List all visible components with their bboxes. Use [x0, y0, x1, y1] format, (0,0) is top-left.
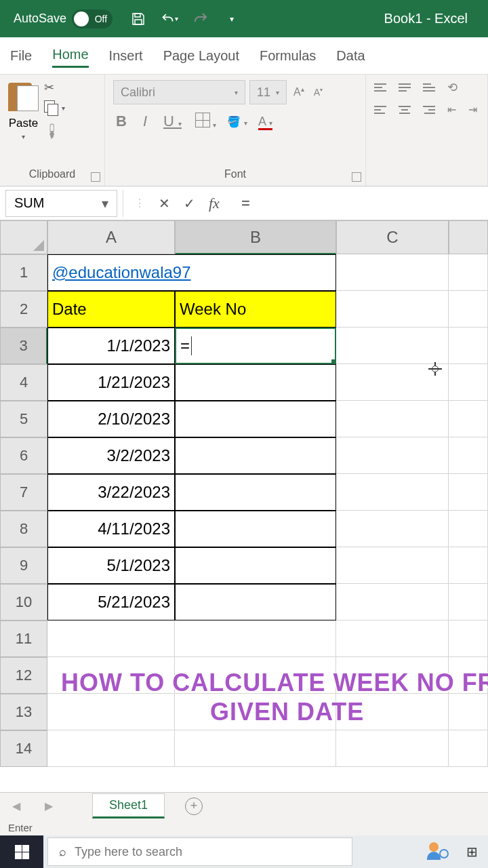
cell-a1-link[interactable]: @educationwala97 [47, 254, 336, 291]
decrease-font-icon[interactable]: A▾ [311, 84, 325, 100]
orientation-icon[interactable]: ⟲ [447, 80, 458, 95]
cell[interactable] [336, 401, 449, 437]
insert-function-icon[interactable]: fx [209, 195, 220, 212]
cell[interactable] [449, 364, 488, 401]
clipboard-dialog-launcher[interactable] [91, 172, 100, 182]
enter-formula-icon[interactable]: ✓ [184, 195, 195, 212]
row-header[interactable]: 6 [0, 437, 47, 474]
tab-page-layout[interactable]: Page Layout [163, 45, 239, 67]
align-top-icon[interactable] [374, 83, 386, 92]
chevron-down-icon[interactable]: ▾ [102, 195, 108, 212]
cell[interactable] [449, 730, 488, 767]
decrease-indent-icon[interactable]: ⇤ [447, 103, 456, 116]
cell[interactable] [336, 584, 449, 620]
align-middle-icon[interactable] [399, 83, 411, 92]
tab-nav-prev-icon[interactable]: ◀ [0, 800, 33, 812]
cell[interactable] [449, 511, 488, 547]
row-header[interactable]: 4 [0, 364, 47, 401]
name-box[interactable]: SUM ▾ [5, 190, 117, 217]
cell-a2-header[interactable]: Date [47, 291, 175, 328]
row-header[interactable]: 9 [0, 547, 47, 584]
cell[interactable] [175, 474, 336, 511]
column-header-d[interactable] [449, 220, 488, 254]
taskbar-search[interactable]: ⌕ Type here to search [47, 837, 352, 866]
copy-button[interactable]: ▾ [44, 100, 65, 115]
cell-date[interactable]: 5/1/2023 [47, 547, 175, 584]
row-header[interactable]: 11 [0, 620, 47, 657]
align-right-icon[interactable] [423, 106, 435, 114]
redo-icon[interactable] [192, 10, 209, 28]
row-header[interactable]: 5 [0, 401, 47, 437]
row-header[interactable]: 12 [0, 657, 47, 694]
cell[interactable] [175, 620, 336, 657]
save-icon[interactable] [129, 10, 147, 28]
cell[interactable] [47, 620, 175, 657]
paste-button[interactable]: Paste ▾ [8, 80, 39, 140]
people-search-icon[interactable] [426, 841, 453, 863]
toggle-switch[interactable]: Off [72, 9, 113, 28]
select-all-button[interactable] [0, 220, 47, 254]
cell[interactable] [336, 511, 449, 547]
cell-date[interactable]: 3/2/2023 [47, 437, 175, 474]
cell[interactable] [449, 291, 488, 328]
cell[interactable] [336, 328, 449, 364]
formula-input[interactable]: = [230, 195, 488, 212]
tab-nav-next-icon[interactable]: ▶ [33, 800, 65, 812]
cell-date[interactable]: 1/1/2023 [47, 328, 175, 364]
cell[interactable] [47, 730, 175, 767]
font-size-combo[interactable]: 11▾ [249, 80, 287, 104]
cell[interactable] [175, 511, 336, 547]
row-header[interactable]: 10 [0, 584, 47, 620]
cell[interactable] [449, 547, 488, 584]
row-header[interactable]: 8 [0, 511, 47, 547]
cell[interactable] [175, 364, 336, 401]
cut-icon[interactable]: ✂ [44, 80, 65, 95]
tab-home[interactable]: Home [52, 43, 88, 68]
align-bottom-icon[interactable] [423, 83, 435, 92]
cell[interactable] [449, 437, 488, 474]
cell[interactable] [449, 474, 488, 511]
cell[interactable] [336, 547, 449, 584]
task-view-icon[interactable]: ⊞ [461, 841, 483, 863]
cell[interactable] [175, 401, 336, 437]
sheet-tab-sheet1[interactable]: Sheet1 [92, 793, 165, 818]
cancel-formula-icon[interactable]: ✕ [159, 195, 170, 212]
cell[interactable] [449, 401, 488, 437]
cell[interactable] [336, 291, 449, 328]
row-header[interactable]: 2 [0, 291, 47, 328]
undo-icon[interactable]: ▾ [161, 10, 178, 28]
fill-color-button[interactable]: 🪣 ▾ [227, 115, 247, 128]
cell-date[interactable]: 4/11/2023 [47, 511, 175, 547]
column-header-c[interactable]: C [336, 220, 449, 254]
cell[interactable] [175, 730, 336, 767]
tab-insert[interactable]: Insert [109, 45, 143, 67]
row-header[interactable]: 7 [0, 474, 47, 511]
cell[interactable] [449, 620, 488, 657]
cell[interactable] [336, 474, 449, 511]
tab-formulas[interactable]: Formulas [260, 45, 316, 67]
increase-indent-icon[interactable]: ⇥ [468, 103, 477, 116]
new-sheet-button[interactable]: + [185, 797, 203, 815]
cell[interactable] [175, 437, 336, 474]
align-center-icon[interactable] [399, 106, 411, 114]
cell-date[interactable]: 3/22/2023 [47, 474, 175, 511]
column-header-a[interactable]: A [47, 220, 175, 254]
tab-data[interactable]: Data [336, 45, 365, 67]
cell-date[interactable]: 5/21/2023 [47, 584, 175, 620]
customize-qat-icon[interactable]: ▾ [223, 10, 241, 28]
increase-font-icon[interactable]: A▴ [291, 83, 307, 101]
row-header[interactable]: 13 [0, 694, 47, 730]
autosave-toggle[interactable]: AutoSave Off [14, 9, 113, 28]
cell[interactable] [336, 437, 449, 474]
cell[interactable] [175, 584, 336, 620]
cell-date[interactable]: 1/21/2023 [47, 364, 175, 401]
column-header-b[interactable]: B [175, 220, 336, 254]
align-left-icon[interactable] [374, 106, 386, 114]
cell-date[interactable]: 2/10/2023 [47, 401, 175, 437]
font-dialog-launcher[interactable] [352, 172, 361, 182]
cell[interactable] [336, 730, 449, 767]
cell[interactable] [336, 620, 449, 657]
border-button[interactable]: ▾ [195, 113, 216, 130]
format-painter-icon[interactable]: 🖌 [41, 115, 67, 141]
active-cell-b3[interactable]: = [175, 328, 336, 364]
